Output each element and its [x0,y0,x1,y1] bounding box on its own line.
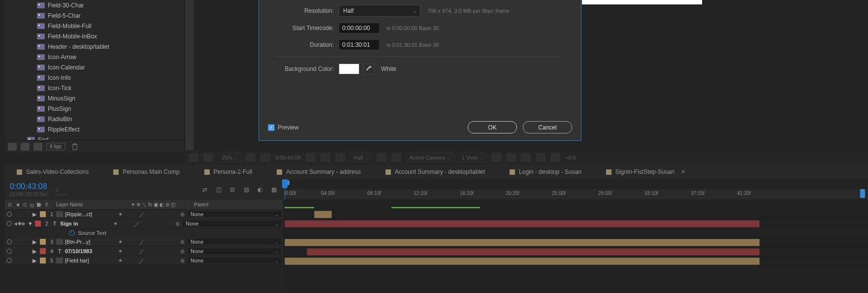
layer-clip[interactable] [285,239,760,246]
parent-pickwhip-icon[interactable]: ⊚ [177,239,188,245]
timeline-tab[interactable]: Sales-Video-Collections [17,168,89,175]
project-item[interactable]: Header - desktop/tablet [5,41,183,52]
track-row[interactable] [283,219,868,228]
project-item[interactable]: Icon-Tick [5,83,183,93]
project-item[interactable]: MinusSign [5,93,183,103]
graph-editor-icon[interactable]: ▦ [269,185,278,194]
snapshot-icon[interactable] [306,153,316,162]
interpret-footage-icon[interactable] [8,143,17,151]
project-item[interactable]: Icon-Info [5,72,183,83]
layer-row[interactable]: ▶ 5 [Field har] ⁕／ ⊚ None⌵ [5,256,283,265]
frame-blend-icon[interactable]: ▤ [242,185,251,194]
parent-dropdown[interactable]: None⌵ [188,248,281,254]
draft-3d-icon[interactable]: ◫ [214,185,223,194]
fast-preview-icon[interactable] [506,153,516,162]
layer-name[interactable]: Sign in [60,221,78,227]
layer-expand-toggle[interactable]: ▶ [32,211,38,218]
layer-row[interactable]: ▶ 3 [Btn-Pr...y] ⁕／ ⊚ None⌵ [5,237,283,247]
shy-icon[interactable]: ⊟ [228,185,237,194]
timeline-tab[interactable]: SignIn-FistStep-Susan× [606,168,685,175]
project-item[interactable]: Field-Mobile-InBox [5,31,183,41]
timeline-tab[interactable]: Account Summary - desktop/tablet [386,168,485,175]
visibility-toggle-icon[interactable] [7,249,12,254]
project-item[interactable]: RippleEffect [5,124,183,134]
parent-dropdown[interactable]: None⌵ [188,239,281,245]
quality-switch-icon[interactable]: ／ [139,258,145,263]
keyframe-diamond-icon[interactable] [18,222,22,226]
preview-checkbox[interactable]: ✓ [268,124,275,131]
new-comp-icon[interactable] [33,143,42,151]
layer-label-color[interactable] [40,248,46,254]
parent-dropdown[interactable]: None⌵ [188,258,281,263]
quality-switch-icon[interactable]: ／ [139,248,145,254]
eyedropper-button[interactable] [363,64,374,74]
visibility-toggle-icon[interactable] [7,221,12,226]
track-row[interactable] [283,247,868,257]
stopwatch-icon[interactable] [69,230,75,236]
background-color-swatch[interactable] [339,64,359,74]
project-item[interactable]: RadioBtn [5,114,183,124]
quality-switch-icon[interactable]: ／ [139,211,145,217]
layer-row[interactable]: ▶ 4 T07/10/1983 ⁕／ ⊚ None⌵ [5,247,283,256]
track-row[interactable] [283,210,868,219]
project-item[interactable]: Field-30-Char [5,0,183,10]
collapse-transform-icon[interactable]: ⁕ [118,211,124,217]
new-folder-icon[interactable] [21,143,30,151]
resolution-footer-dropdown[interactable]: Half⌵ [350,153,372,162]
zoom-dropdown[interactable]: 25%⌵ [218,153,241,162]
parent-pickwhip-icon[interactable]: ⊚ [177,258,188,264]
layer-clip[interactable] [285,220,760,228]
flowchart-icon[interactable] [536,153,546,162]
pixel-aspect-icon[interactable] [491,153,501,162]
project-item[interactable]: PlusSign [5,103,183,114]
start-timecode-input[interactable]: 0:00:00:00 [339,23,380,33]
toggle-alpha-icon[interactable] [189,153,198,162]
timeline-tab[interactable]: Account Summary - address [277,168,360,175]
resolution-dropdown[interactable]: Half ⌵ [339,5,420,17]
timeline-tab[interactable]: Login - desktop - Susan [510,168,581,175]
prev-key-icon[interactable]: ◀ [14,221,17,226]
project-item[interactable]: Icon-Calendar [5,62,183,72]
close-tab-icon[interactable]: × [681,168,685,175]
layer-label-color[interactable] [40,211,46,217]
collapse-transform-icon[interactable]: ⁕ [118,248,124,254]
footer-timecode[interactable]: 0:00:43:08 [275,155,301,161]
timeline-search[interactable]: ⌕ [55,184,68,195]
timeline-tab[interactable]: Personas Main Comp [113,168,179,175]
project-item[interactable]: Field-Mobile-Full [5,21,183,31]
layer-clip[interactable] [307,248,760,256]
collapse-transform-icon[interactable]: ⁕ [113,221,119,227]
layer-name[interactable]: [Field har] [65,258,89,263]
camera-dropdown[interactable]: Active Camera⌵ [406,153,453,162]
toggle-mask-icon[interactable] [203,153,213,162]
trash-icon[interactable] [72,143,78,150]
layer-expand-toggle[interactable]: ▶ [32,248,38,255]
quality-switch-icon[interactable]: ／ [134,221,140,227]
reset-exposure-icon[interactable] [550,153,560,162]
visibility-toggle-icon[interactable] [7,212,12,217]
next-key-icon[interactable]: ▶ [22,221,26,226]
parent-dropdown[interactable]: None⌵ [183,221,281,227]
current-time-display[interactable]: 0:00:43:08 [10,182,48,191]
layer-clip[interactable] [285,258,760,265]
layer-row[interactable]: ▶ 1 [Ripple...ct] ⁕／ ⊚ None⌵ [5,210,283,219]
time-ruler-area[interactable]: 0:00f 04:05f 08:10f 12:15f 16:20f 20:25f… [283,179,868,200]
roi-icon[interactable] [377,153,386,162]
layer-expand-toggle[interactable]: ▶ [32,258,38,264]
parent-pickwhip-icon[interactable]: ⊚ [177,211,188,218]
parent-dropdown[interactable]: None⌵ [188,211,281,217]
grid-icon[interactable] [246,153,256,162]
layer-label-color[interactable] [40,258,46,263]
bit-depth-button[interactable]: 8 bpc [46,143,65,150]
track-row[interactable] [283,238,868,247]
timeline-tracks-area[interactable] [283,200,868,293]
parent-pickwhip-icon[interactable]: ⊚ [172,221,183,227]
project-item[interactable]: Icon-Arrow [5,52,183,62]
time-ruler[interactable]: 0:00f 04:05f 08:10f 12:15f 16:20f 20:25f… [283,189,868,199]
timeline-tab[interactable]: Persona-2-Full [204,168,253,175]
cancel-button[interactable]: Cancel [523,121,572,133]
comp-mini-flowchart-icon[interactable]: ⇄ [200,185,209,194]
track-row[interactable] [283,257,868,266]
layer-name[interactable]: [Ripple...ct] [65,211,92,217]
views-dropdown[interactable]: 1 View⌵ [458,153,486,162]
